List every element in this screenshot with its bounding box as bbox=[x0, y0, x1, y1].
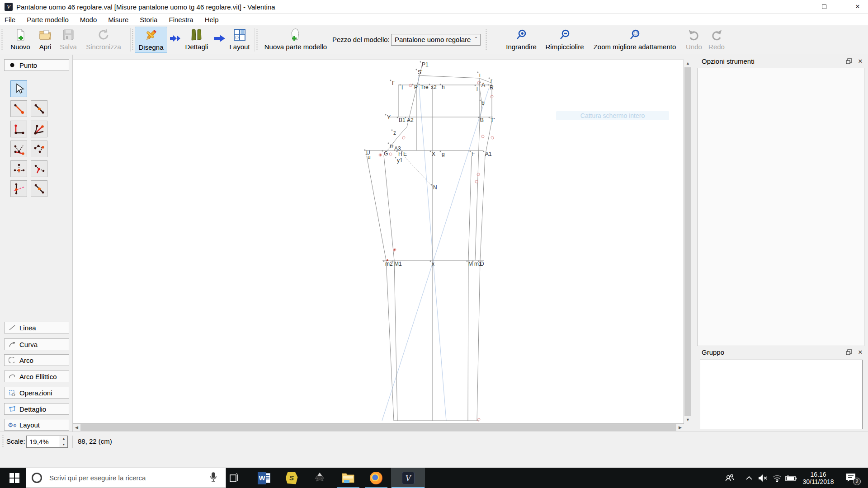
sync-button[interactable]: Sincronizza bbox=[81, 27, 126, 53]
section-linea[interactable]: Linea bbox=[4, 322, 69, 333]
menu-item-misure[interactable]: Misure bbox=[105, 16, 131, 23]
menu-item-modo[interactable]: Modo bbox=[77, 16, 100, 23]
float-panel-icon[interactable] bbox=[845, 349, 853, 356]
bisector-point-tool[interactable] bbox=[31, 121, 47, 137]
midpoint-tool[interactable] bbox=[31, 180, 47, 197]
firefox-taskbar-button[interactable] bbox=[364, 468, 388, 488]
zoom-in-icon bbox=[515, 27, 528, 43]
new-button[interactable]: Nuovo bbox=[8, 27, 33, 53]
section-operazioni[interactable]: Operazioni bbox=[4, 387, 69, 399]
zoom-fit-button[interactable]: Zoom migliore adattamento bbox=[590, 27, 679, 53]
close-panel-icon[interactable]: ✕ bbox=[856, 58, 864, 65]
microphone-icon[interactable] bbox=[209, 472, 223, 484]
inkscape-taskbar-button[interactable] bbox=[308, 468, 331, 488]
pattern-point-label: M1 bbox=[394, 261, 402, 267]
point-icon bbox=[8, 61, 16, 69]
scroll-up-icon[interactable]: ▲ bbox=[684, 60, 692, 67]
pattern-point-label: Tre bbox=[420, 84, 429, 90]
scale-spinbox[interactable]: 19,4% ▲▼ bbox=[26, 436, 68, 448]
vertical-scroll-thumb[interactable] bbox=[684, 67, 691, 416]
redo-button[interactable]: Redo bbox=[706, 27, 727, 53]
curve-intersect-tool[interactable] bbox=[31, 141, 47, 157]
spin-buttons[interactable]: ▲▼ bbox=[60, 436, 67, 447]
scroll-right-icon[interactable]: ▶ bbox=[676, 424, 684, 432]
start-button[interactable] bbox=[5, 468, 24, 488]
pattern-point-label: A2 bbox=[407, 117, 414, 123]
wifi-icon[interactable] bbox=[770, 468, 784, 488]
scroll-down-icon[interactable]: ▼ bbox=[684, 416, 692, 424]
pattern-point-label: I bbox=[401, 84, 403, 91]
open-folder-icon bbox=[38, 27, 52, 43]
select-tool[interactable] bbox=[10, 80, 27, 97]
section-layout[interactable]: ⚙⚙ Layout bbox=[4, 419, 69, 431]
gears-icon: ⚙⚙ bbox=[8, 421, 16, 428]
scroll-left-icon[interactable]: ◀ bbox=[73, 424, 80, 432]
taskbar-search[interactable]: Scrivi qui per eseguire la ricerca bbox=[26, 468, 226, 488]
section-curva[interactable]: Curva bbox=[4, 338, 69, 350]
battery-icon[interactable] bbox=[784, 468, 798, 488]
drawing-canvas[interactable]: P1S'iI'IPTrex2hjArRbYB1A2BT'znA3UuGHEXgF… bbox=[73, 60, 684, 424]
word-icon: W bbox=[258, 472, 270, 484]
section-dettaglio[interactable]: Dettaglio bbox=[4, 403, 69, 415]
float-panel-icon[interactable] bbox=[845, 58, 853, 65]
horizontal-scroll-thumb[interactable] bbox=[80, 424, 676, 431]
pattern-point-label: T' bbox=[491, 117, 495, 123]
save-icon bbox=[62, 27, 75, 43]
intersection-point-tool[interactable] bbox=[10, 160, 27, 177]
menu-item-storia[interactable]: Storia bbox=[137, 16, 160, 23]
task-view-button[interactable] bbox=[225, 468, 243, 488]
vertical-scrollbar[interactable]: ▲ ▼ bbox=[684, 60, 692, 424]
s-app-taskbar-button[interactable]: S bbox=[280, 468, 303, 488]
draw-mode-button[interactable]: Disegna bbox=[135, 27, 167, 53]
pattern-point-label: r bbox=[491, 78, 492, 84]
valentina-app-icon: V bbox=[5, 3, 13, 11]
menu-item-finestra[interactable]: Finestra bbox=[166, 16, 196, 23]
taskbar-clock[interactable]: 16.16 30/11/2018 bbox=[799, 468, 837, 488]
layout-mode-button[interactable]: Layout bbox=[228, 27, 251, 53]
people-tray-icon[interactable] bbox=[722, 468, 737, 488]
horizontal-scrollbar[interactable]: ◀ ▶ bbox=[73, 424, 684, 432]
zoom-out-icon bbox=[558, 27, 571, 43]
word-taskbar-button[interactable]: W bbox=[252, 468, 276, 488]
undo-button[interactable]: Undo bbox=[684, 27, 704, 53]
title-bar: V Pantalone uomo 46 regolare.val [Misure… bbox=[0, 0, 868, 14]
mode-arrow-icon bbox=[213, 34, 226, 44]
menu-item-file[interactable]: File bbox=[2, 16, 18, 23]
pattern-piece-combobox[interactable]: Pantalone uomo regolare ˇ bbox=[391, 34, 481, 46]
triangle-point-tool[interactable] bbox=[31, 160, 47, 177]
close-button[interactable]: ✕ bbox=[847, 0, 868, 14]
maximize-button[interactable] bbox=[814, 0, 835, 14]
along-line-point-tool[interactable] bbox=[31, 100, 47, 117]
section-arco-ellittico[interactable]: Arco Ellittico bbox=[4, 371, 69, 382]
zoom-in-button[interactable]: Ingrandire bbox=[503, 27, 540, 53]
tray-expand-chevron-icon[interactable] bbox=[743, 468, 755, 488]
zoom-fit-icon bbox=[628, 27, 641, 43]
spin-down-icon[interactable]: ▼ bbox=[60, 442, 67, 448]
menu-item-parte-modello[interactable]: Parte modello bbox=[24, 16, 71, 23]
s-pattern-app-icon: S bbox=[286, 472, 298, 484]
close-panel-icon[interactable]: ✕ bbox=[856, 349, 864, 356]
valentina-taskbar-button[interactable]: V bbox=[391, 468, 425, 488]
new-pattern-piece-button[interactable]: Nuova parte modello bbox=[259, 27, 333, 53]
main-area: Punto bbox=[0, 55, 868, 432]
shoulder-point-tool[interactable] bbox=[10, 141, 27, 157]
zoom-out-button[interactable]: Rimpicciolire bbox=[543, 27, 586, 53]
section-arco[interactable]: Arco bbox=[4, 354, 69, 366]
group-list-panel[interactable] bbox=[700, 360, 863, 429]
save-button[interactable]: Salva bbox=[57, 27, 80, 53]
normal-point-tool[interactable] bbox=[10, 121, 27, 137]
details-mode-button[interactable]: Dettagli bbox=[183, 27, 211, 53]
explorer-taskbar-button[interactable] bbox=[336, 468, 360, 488]
endline-point-tool[interactable] bbox=[10, 100, 27, 117]
axis-intersect-tool[interactable] bbox=[10, 180, 27, 197]
operations-icon bbox=[8, 389, 16, 396]
section-punto[interactable]: Punto bbox=[4, 59, 69, 71]
minimize-button[interactable] bbox=[790, 0, 811, 14]
open-button[interactable]: Apri bbox=[34, 27, 56, 53]
spin-up-icon[interactable]: ▲ bbox=[60, 436, 67, 442]
tool-sidebar: Punto bbox=[0, 55, 73, 432]
volume-muted-icon[interactable] bbox=[756, 468, 769, 488]
action-center-button[interactable]: 2 bbox=[842, 468, 863, 488]
pattern-point-label: P bbox=[414, 84, 418, 90]
menu-item-help[interactable]: Help bbox=[202, 16, 222, 23]
